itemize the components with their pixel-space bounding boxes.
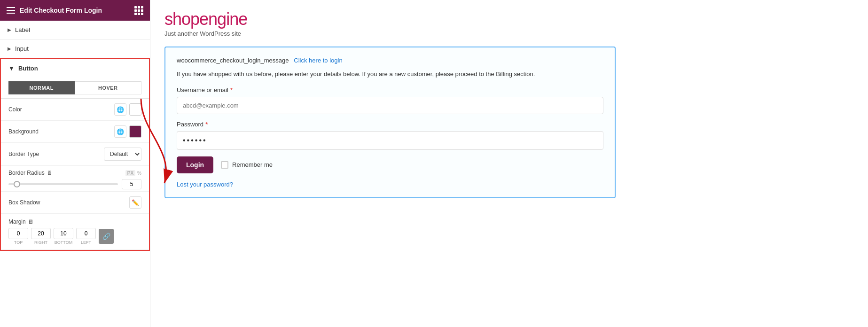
border-radius-control-row: Border Radius 🖥 PX % 4 bbox=[1, 166, 149, 192]
px-unit[interactable]: PX bbox=[125, 170, 135, 176]
sidebar-item-label[interactable]: ▶ Label bbox=[0, 21, 150, 39]
border-radius-slider-row bbox=[8, 179, 141, 189]
color-swatch[interactable] bbox=[129, 103, 141, 116]
color-label: Color bbox=[8, 106, 114, 113]
button-section-header[interactable]: ▼ Button bbox=[1, 59, 149, 78]
border-radius-slider[interactable] bbox=[8, 183, 118, 185]
username-field: Username or email * bbox=[177, 86, 603, 114]
margin-inputs: TOP RIGHT BOTTOM LEFT 🔗 bbox=[8, 228, 141, 245]
username-input[interactable] bbox=[177, 97, 603, 114]
border-radius-header: Border Radius 🖥 PX % bbox=[8, 170, 141, 176]
main-content: shopengine Just another WordPress site w… bbox=[150, 0, 868, 327]
border-type-select[interactable]: Default Solid Dashed Dotted Double None bbox=[104, 148, 141, 161]
margin-top-input[interactable] bbox=[8, 228, 28, 239]
border-radius-units: PX % bbox=[125, 170, 141, 176]
chevron-down-icon: ▼ bbox=[8, 65, 15, 72]
password-label: Password * bbox=[177, 121, 603, 128]
color-globe-btn[interactable]: 🌐 bbox=[114, 103, 126, 116]
lost-password-link[interactable]: Lost your password? bbox=[177, 181, 603, 188]
monitor-icon-2: 🖥 bbox=[28, 218, 33, 225]
margin-top-label: TOP bbox=[14, 240, 23, 245]
remember-wrap: Remember me bbox=[221, 161, 273, 169]
background-label: Background bbox=[8, 128, 114, 135]
password-required: * bbox=[205, 121, 208, 128]
sidebar: Edit Checkout Form Login ▶ Label ▶ Input… bbox=[0, 0, 150, 327]
sidebar-header: Edit Checkout Form Login bbox=[0, 0, 150, 21]
site-tagline: Just another WordPress site bbox=[164, 30, 854, 37]
chevron-right-icon-2: ▶ bbox=[8, 46, 11, 51]
apps-icon[interactable] bbox=[134, 6, 143, 15]
margin-left-label: LEFT bbox=[81, 240, 91, 245]
box-shadow-control-row: Box Shadow ✏️ 5 bbox=[1, 192, 149, 214]
margin-left-input[interactable] bbox=[76, 228, 96, 239]
border-type-actions: Default Solid Dashed Dotted Double None bbox=[104, 148, 141, 161]
margin-right-label: RIGHT bbox=[34, 240, 47, 245]
remember-checkbox[interactable] bbox=[221, 161, 228, 169]
monitor-icon: 🖥 bbox=[47, 170, 52, 176]
username-label: Username or email * bbox=[177, 86, 603, 94]
remember-label: Remember me bbox=[232, 161, 273, 168]
username-required: * bbox=[230, 86, 233, 94]
site-logo: shopengine bbox=[164, 9, 854, 29]
box-shadow-edit-btn[interactable]: ✏️ bbox=[129, 196, 141, 209]
color-actions: 🌐 bbox=[114, 103, 141, 116]
color-control-row: Color 🌐 1 bbox=[1, 99, 149, 121]
password-input[interactable] bbox=[177, 131, 603, 150]
tab-hover[interactable]: HOVER bbox=[75, 81, 142, 94]
box-shadow-actions: ✏️ bbox=[129, 196, 141, 209]
background-control-row: Background 🌐 2 bbox=[1, 121, 149, 143]
margin-bottom-wrap: BOTTOM bbox=[54, 228, 73, 245]
button-tabs: NORMAL HOVER bbox=[1, 78, 149, 99]
button-section: ▼ Button NORMAL HOVER Color 🌐 1 Backgrou… bbox=[0, 58, 150, 251]
background-actions: 🌐 bbox=[114, 125, 141, 138]
border-radius-label: Border Radius 🖥 bbox=[8, 170, 52, 176]
label-section-title: Label bbox=[15, 26, 30, 33]
login-box: woocommerce_checkout_login_message Click… bbox=[164, 47, 616, 198]
margin-right-wrap: RIGHT bbox=[31, 228, 51, 245]
sidebar-title: Edit Checkout Form Login bbox=[20, 7, 102, 14]
password-field: Password * bbox=[177, 121, 603, 150]
background-swatch[interactable] bbox=[129, 125, 141, 138]
login-intro: If you have shopped with us before, plea… bbox=[177, 70, 603, 79]
margin-header: Margin 🖥 bbox=[8, 218, 141, 225]
box-shadow-label: Box Shadow bbox=[8, 199, 129, 206]
tab-normal[interactable]: NORMAL bbox=[8, 81, 75, 94]
border-type-control-row: Border Type Default Solid Dashed Dotted … bbox=[1, 143, 149, 166]
margin-left-wrap: LEFT bbox=[76, 228, 96, 245]
margin-top-wrap: TOP bbox=[8, 228, 28, 245]
border-type-label: Border Type bbox=[8, 151, 104, 157]
input-section-title: Input bbox=[15, 45, 29, 52]
login-message: woocommerce_checkout_login_message Click… bbox=[177, 57, 603, 64]
margin-label: Margin 🖥 bbox=[8, 218, 33, 225]
margin-control-row: Margin 🖥 TOP RIGHT BOTTOM bbox=[1, 214, 149, 250]
margin-right-input[interactable] bbox=[31, 228, 51, 239]
login-button[interactable]: Login bbox=[177, 156, 213, 173]
chevron-right-icon: ▶ bbox=[8, 27, 11, 32]
sidebar-header-left: Edit Checkout Form Login bbox=[7, 7, 102, 14]
login-message-link[interactable]: Click here to login bbox=[294, 57, 342, 64]
unit-toggle[interactable]: % bbox=[137, 171, 141, 176]
margin-bottom-input[interactable] bbox=[54, 228, 73, 239]
hamburger-icon[interactable] bbox=[7, 7, 15, 14]
button-section-title: Button bbox=[18, 65, 38, 72]
margin-bottom-label: BOTTOM bbox=[55, 240, 72, 245]
form-actions: Login Remember me bbox=[177, 156, 603, 173]
border-radius-input[interactable] bbox=[122, 179, 141, 189]
sidebar-item-input[interactable]: ▶ Input bbox=[0, 39, 150, 58]
background-globe-btn[interactable]: 🌐 bbox=[114, 125, 126, 138]
login-message-prefix: woocommerce_checkout_login_message bbox=[177, 57, 289, 64]
margin-link-btn[interactable]: 🔗 bbox=[99, 229, 114, 244]
